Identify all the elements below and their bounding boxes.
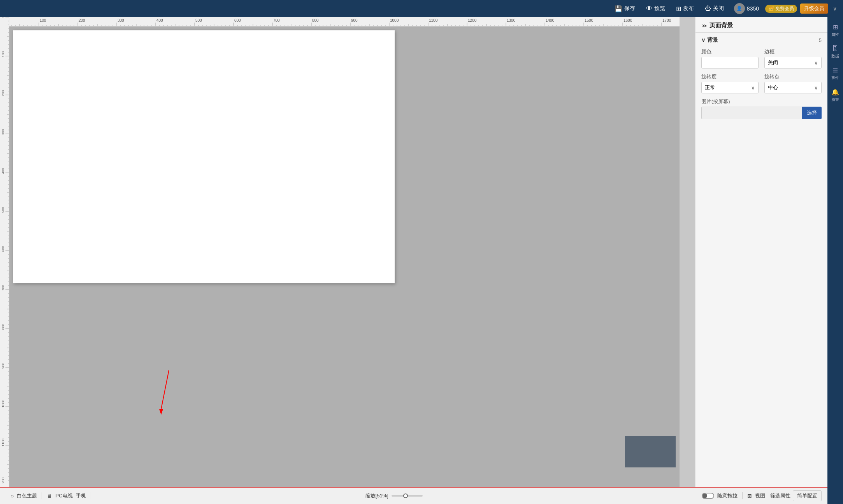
data-icon: 🗄 [832,45,838,52]
border-group: 边框 关闭 ∨ [764,48,822,68]
ruler-top [0,17,680,26]
circle-icon: ○ [11,493,14,499]
close-button[interactable]: ⏻ 关闭 [701,4,728,14]
free-member-badge[interactable]: 👑 免费会员 [765,5,797,13]
properties-icon: ⊞ [833,23,838,31]
filter-section: 筛选属性 简单配置 [770,490,822,501]
toggle-dot [702,493,707,498]
rotation-select[interactable]: 正常 ∨ [701,82,759,93]
sidebar-item-alerts[interactable]: 🔔 预警 [828,85,842,105]
red-arrow-indicator [157,370,181,417]
section-title: ∨ 背景 [701,37,718,44]
svg-line-0 [161,370,169,409]
rotation-label: 旋转度 [701,73,759,80]
preview-icon: 👁 [646,5,652,12]
right-panel: ≫ 页面背景 ∨ 背景 5 颜色 边框 关闭 ∨ [695,17,827,504]
pivot-select[interactable]: 中心 ∨ [764,82,822,93]
user-area: 👤 8350 [731,3,762,14]
canvas-area[interactable] [9,26,680,487]
device-label[interactable]: PC电视 [55,492,72,499]
theme-label: 白色主题 [17,492,37,499]
drag-section: 随意拖拉 [697,492,743,499]
svg-marker-1 [159,409,163,415]
zoom-section: 缩放[51%] [91,492,697,499]
chevron-down-icon: ∨ [814,60,818,66]
color-input[interactable] [701,57,759,68]
publish-icon: ⊞ [676,5,681,12]
rotation-group: 旋转度 正常 ∨ [701,73,759,93]
pivot-group: 旋转点 中心 ∨ [764,73,822,93]
sidebar-item-events[interactable]: ☰ 事件 [828,63,842,84]
border-label: 边框 [764,48,822,55]
sidebar-item-label: 属性 [831,32,839,37]
zoom-slider[interactable] [392,495,423,497]
panel-section-background: ∨ 背景 5 颜色 边框 关闭 ∨ 旋转度 [695,33,827,123]
save-button[interactable]: 💾 保存 [611,4,639,14]
sidebar-item-label: 预警 [831,97,839,102]
rotation-pivot-row: 旋转度 正常 ∨ 旋转点 中心 ∨ [701,73,822,93]
events-icon: ☰ [832,67,838,74]
zoom-label: 缩放[51%] [365,492,388,499]
view-section: ⊠ 视图 [743,492,770,499]
grid-icon: ⊠ [747,493,752,499]
sidebar-item-data[interactable]: 🗄 数据 [828,42,842,62]
pivot-label: 旋转点 [764,73,822,80]
right-sidebar: ⊞ 属性 🗄 数据 ☰ 事件 🔔 预警 [827,17,843,504]
bottom-bar: ○ 白色主题 🖥 PC电视 手机 缩放[51%] 随意拖拉 ⊠ 视图 筛选属性 … [0,487,827,504]
view-label[interactable]: 视图 [755,492,765,499]
panel-header: ≫ 页面背景 [695,17,827,33]
image-group: 图片(按屏幕) 选择 [701,98,822,119]
panel-title: 页面背景 [710,22,733,29]
color-group: 颜色 [701,48,759,68]
upgrade-button[interactable]: 升级会员 [800,4,828,14]
minimap [625,436,676,467]
preview-button[interactable]: 👁 预览 [642,4,669,14]
expand-icon[interactable]: ∨ [831,4,838,13]
mobile-label[interactable]: 手机 [76,492,86,499]
save-icon: 💾 [615,5,622,12]
drag-toggle[interactable] [702,493,714,499]
sidebar-item-properties[interactable]: ⊞ 属性 [828,20,842,40]
monitor-icon: 🖥 [47,493,52,499]
zoom-thumb [403,493,408,498]
crown-icon: 👑 [768,6,774,11]
sidebar-item-label: 事件 [831,75,839,81]
color-border-row: 颜色 边框 关闭 ∨ [701,48,822,68]
section-number: 5 [819,37,822,43]
sidebar-item-label: 数据 [831,53,839,59]
top-toolbar: 💾 保存 👁 预览 ⊞ 发布 ⏻ 关闭 👤 8350 👑 免费会员 升级会员 ∨ [0,0,843,17]
ruler-left [0,17,9,487]
canvas-page [13,30,395,283]
theme-section: ○ 白色主题 [6,492,42,499]
filter-label: 筛选属性 [770,492,790,499]
drag-label: 随意拖拉 [717,492,738,499]
image-label: 图片(按屏幕) [701,98,822,105]
power-icon: ⏻ [705,5,711,12]
chevron-down-icon-3: ∨ [814,85,818,91]
select-image-button[interactable]: 选择 [802,107,822,119]
panel-expand-icon[interactable]: ≫ [701,23,707,29]
image-input-row: 选择 [701,107,822,119]
device-section: 🖥 PC电视 手机 [42,492,91,499]
publish-button[interactable]: ⊞ 发布 [672,4,698,14]
simple-config-button[interactable]: 简单配置 [793,490,822,501]
chevron-down-icon-2: ∨ [751,85,755,91]
avatar: 👤 [734,3,745,14]
section-header: ∨ 背景 5 [701,37,822,44]
collapse-icon[interactable]: ∨ [701,37,705,43]
alert-icon: 🔔 [831,88,839,96]
color-label: 颜色 [701,48,759,55]
image-input[interactable] [701,107,802,119]
border-select[interactable]: 关闭 ∨ [764,57,822,68]
